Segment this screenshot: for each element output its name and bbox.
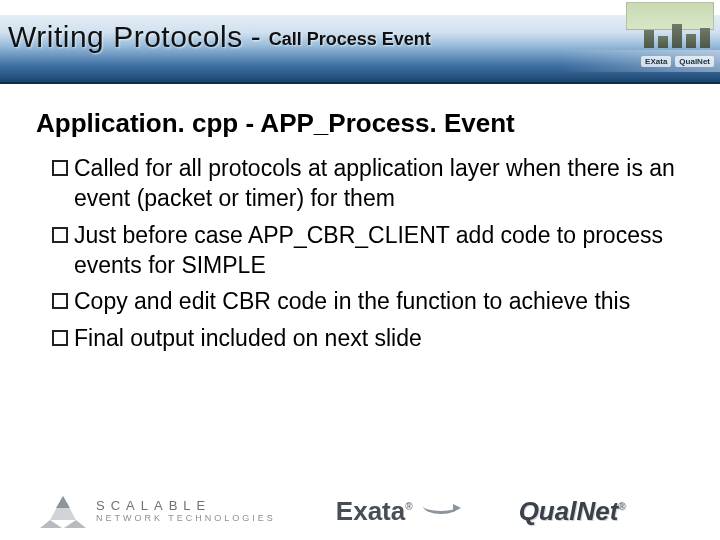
logo-qualnet-text: QualNet — [519, 496, 619, 526]
title-main: Writing Protocols — [8, 20, 243, 54]
title-subtitle: Call Process Event — [269, 29, 431, 50]
title-separator: - — [251, 20, 261, 54]
bullet-item: Just before case APP_CBR_CLIENT add code… — [52, 220, 684, 281]
corner-tag-qualnet: QualNet — [675, 56, 714, 67]
bullet-list: Called for all protocols at application … — [52, 153, 684, 353]
bullet-item: Copy and edit CBR code in the function t… — [52, 286, 684, 316]
slide-footer: SCALABLE NETWORK TECHNOLOGIES Exata® Qua… — [0, 494, 720, 528]
logo-exata: Exata® — [336, 496, 459, 527]
logo-qualnet: QualNet® — [519, 496, 626, 527]
svg-marker-3 — [56, 496, 70, 508]
bullet-item: Final output included on next slide — [52, 323, 684, 353]
logo-scalable-line1: SCALABLE — [96, 499, 276, 512]
slide-header: Writing Protocols - Call Process Event E… — [0, 0, 720, 84]
swoosh-icon — [423, 502, 459, 520]
bullet-item: Called for all protocols at application … — [52, 153, 684, 214]
section-heading: Application. cpp - APP_Process. Event — [36, 108, 684, 139]
slide-title: Writing Protocols - Call Process Event — [8, 20, 431, 54]
registered-mark: ® — [405, 501, 412, 512]
registered-mark: ® — [618, 501, 625, 512]
logo-exata-text: Exata — [336, 496, 405, 526]
logo-scalable: SCALABLE NETWORK TECHNOLOGIES — [40, 494, 276, 528]
header-decoration: EXata QualNet — [560, 0, 720, 84]
logo-scalable-line2: NETWORK TECHNOLOGIES — [96, 514, 276, 523]
corner-tag-exata: EXata — [641, 56, 671, 67]
triangle-mark-icon — [40, 494, 86, 528]
svg-marker-1 — [40, 520, 62, 528]
svg-marker-2 — [64, 520, 86, 528]
slide-content: Application. cpp - APP_Process. Event Ca… — [0, 84, 720, 353]
